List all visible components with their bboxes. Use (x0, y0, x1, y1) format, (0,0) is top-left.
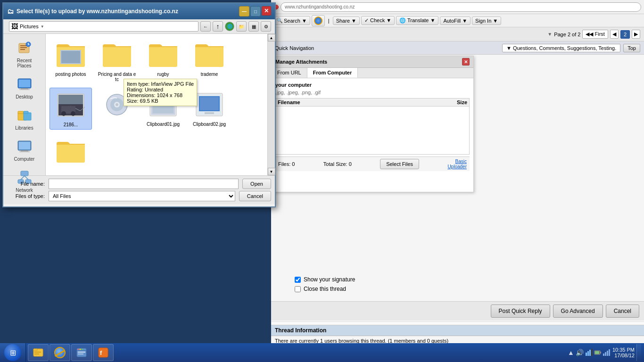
folder-extra[interactable] (50, 133, 92, 169)
cancel-button[interactable]: Cancel (239, 191, 271, 201)
toolbar-sep: | (326, 17, 331, 25)
web-btn[interactable]: 🌐 (225, 22, 234, 31)
cancel-btn[interactable]: Cancel (606, 304, 639, 318)
folder-posting-photos-label: posting photos (55, 72, 86, 77)
tab-from-url[interactable]: From URL (272, 68, 307, 78)
svg-rect-14 (19, 142, 30, 149)
show-desktop-btn[interactable] (636, 344, 641, 361)
folder-icon (56, 40, 86, 70)
file-clipboard02-icon (194, 90, 224, 120)
go-advanced-btn[interactable]: Go Advanced (553, 304, 603, 318)
taskbar-ie[interactable] (50, 344, 70, 361)
svg-point-31 (71, 111, 75, 116)
folder-rugby[interactable]: rugby (142, 38, 184, 84)
open-button[interactable]: Open (242, 179, 271, 189)
share-btn[interactable]: Share ▼ (333, 16, 360, 25)
new-folder-btn[interactable]: 📁 (236, 21, 247, 32)
filetype-label: Files of type: (7, 193, 45, 199)
page-label: Page 2 of 2 (554, 32, 580, 37)
file-upload-dialog[interactable]: 🗂 Select file(s) to upload by www.nzhunt… (2, 2, 276, 207)
tab-from-computer[interactable]: From Computer (307, 68, 358, 78)
folder-pricing[interactable]: Pricing and data etc (96, 38, 138, 84)
svg-rect-2 (20, 47, 27, 48)
sidebar-item-libraries[interactable]: Libraries (8, 105, 41, 132)
signature-checkbox[interactable] (295, 277, 301, 283)
taskbar-filemanager[interactable] (71, 344, 92, 361)
post-quick-reply-btn[interactable]: Post Quick Reply (491, 304, 550, 318)
recent-label: Recent Places (9, 58, 40, 68)
filetype-select[interactable]: All Files (49, 191, 235, 201)
check-btn[interactable]: ✓ Check ▼ (361, 16, 395, 25)
browser-top-bar: www.nzhuntingandshooting.co.nz (271, 0, 644, 14)
computer-icon (16, 138, 33, 155)
folder-icon-3 (148, 40, 178, 70)
sidebar-item-computer[interactable]: Computer (8, 136, 41, 164)
sidebar-item-recent[interactable]: Recent Places (8, 38, 41, 70)
folder-posting-photos[interactable]: posting photos (50, 38, 92, 84)
prev-page-btn[interactable]: ◀ (610, 30, 619, 39)
recent-icon (16, 40, 33, 57)
file-list-header: Filename Size (276, 99, 469, 107)
svg-rect-59 (587, 351, 589, 356)
folder-icon-4 (194, 40, 224, 70)
svg-rect-46 (33, 349, 37, 351)
next-page-btn[interactable]: ▶ (632, 30, 640, 39)
dialog-scrollbar[interactable]: ▲ ▼ (267, 34, 275, 175)
location-bar[interactable]: 🖼 Pictures ▼ (9, 21, 198, 32)
start-button[interactable]: ⊞ (0, 343, 26, 362)
desktop-icon (16, 76, 33, 93)
sidebar-item-desktop[interactable]: Desktop (8, 74, 41, 101)
svg-rect-7 (21, 88, 28, 89)
search-btn[interactable]: 🔍 Search ▼ (273, 16, 310, 25)
current-page-btn[interactable]: 2 (620, 30, 630, 39)
ie-icon[interactable] (312, 15, 325, 26)
date-display: 17/08/12 (612, 353, 635, 358)
select-files-btn[interactable]: Select Files (380, 159, 419, 169)
autofill-btn[interactable]: AutoFill ▼ (440, 16, 471, 25)
dialog-close-btn[interactable]: ✕ (262, 6, 271, 16)
svg-rect-66 (605, 352, 606, 356)
address-bar[interactable]: www.nzhuntingandshooting.co.nz (281, 2, 641, 12)
dialog-title: 🗂 Select file(s) to upload by www.nzhunt… (7, 8, 178, 15)
tooltip-type: Item type: IrfanView JPG File (127, 81, 194, 87)
up-btn[interactable]: ↑ (213, 21, 223, 32)
upload-close-btn[interactable]: ✕ (462, 58, 470, 66)
windows-icon: ⊞ (10, 348, 16, 357)
dialog-body: Recent Places Desktop (3, 34, 275, 175)
quick-nav-top[interactable]: Top (623, 44, 640, 52)
view-btn[interactable]: ▦ (248, 21, 259, 32)
taskbar: ⊞ (0, 343, 644, 362)
explorer-icon (33, 347, 44, 358)
page-down-icon: ▼ (547, 32, 552, 37)
ie-logo (314, 16, 322, 25)
speaker-icon[interactable]: 🔊 (576, 349, 584, 356)
quick-nav-dropdown[interactable]: ▼ Questions, Comments, Suggestions, Test… (502, 44, 620, 52)
upload-file-list: Filename Size (275, 98, 470, 155)
folder-trademe[interactable]: trademe (188, 38, 231, 84)
svg-rect-3 (20, 49, 25, 50)
notification-icons: ▲ 🔊 (568, 349, 611, 356)
taskbar-app2[interactable]: f (93, 344, 114, 361)
close-thread-row: Close this thread (295, 286, 620, 292)
filename-input[interactable] (49, 179, 239, 189)
expand-icon[interactable]: ▲ (568, 349, 574, 356)
filetype-row: Files of type: All Files Cancel (7, 191, 271, 201)
file-tooltip: Item type: IrfanView JPG File Rating: Un… (124, 79, 197, 106)
close-thread-checkbox[interactable] (295, 286, 301, 292)
signin-btn[interactable]: Sign In ▼ (472, 16, 501, 25)
svg-rect-24 (61, 51, 80, 63)
dialog-minimize-btn[interactable]: — (239, 6, 249, 16)
basic-uploader-link[interactable]: Basic Uploader (447, 159, 467, 169)
file-2186[interactable]: 2186... (50, 88, 92, 130)
back-btn[interactable]: ← (200, 21, 211, 32)
scroll-up-btn[interactable]: ▲ (268, 34, 275, 41)
dialog-sidebar: Recent Places Desktop (3, 34, 46, 175)
dialog-maximize-btn[interactable]: □ (250, 6, 261, 16)
taskbar-explorer[interactable] (28, 344, 49, 361)
upload-panel: Manage Attachments ✕ From URL From Compu… (271, 56, 474, 192)
first-page-btn[interactable]: ◀◀ First (582, 30, 608, 39)
folder-icon-2 (102, 40, 132, 70)
tools-btn[interactable]: ⚙ (261, 21, 271, 32)
translate-btn[interactable]: 🌐 Translate ▼ (396, 16, 438, 25)
scroll-down-btn[interactable]: ▼ (268, 168, 275, 175)
